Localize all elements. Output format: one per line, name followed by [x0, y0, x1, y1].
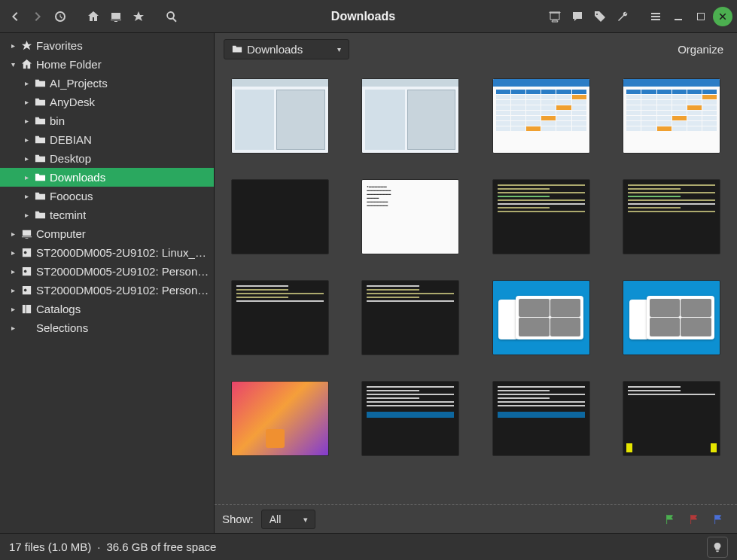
folder-icon [33, 134, 47, 145]
sidebar-item-catalogs[interactable]: ▸Catalogs [0, 300, 214, 318]
chevron-down-icon: ▾ [337, 45, 341, 53]
home-icon [20, 59, 33, 70]
expand-arrow-icon[interactable]: ▸ [21, 173, 32, 181]
show-select[interactable]: All [261, 510, 315, 529]
folder-icon [33, 96, 47, 108]
history-button[interactable] [50, 6, 71, 27]
expand-arrow-icon[interactable]: ▸ [21, 135, 32, 144]
flag-blue[interactable] [713, 514, 723, 525]
filter-bar: Show: All [215, 504, 737, 533]
slideshow-button[interactable] [544, 6, 565, 27]
sidebar-item-label: Home Folder [36, 58, 102, 71]
file-thumbnail[interactable] [615, 78, 728, 154]
expand-arrow-icon[interactable]: ▸ [21, 98, 32, 106]
computer-icon [20, 228, 33, 239]
folder-icon [33, 115, 47, 126]
search-button[interactable] [161, 6, 182, 27]
sidebar-item-label: ST2000DM005-2U9102: Person… [36, 265, 209, 278]
file-thumbnail[interactable] [485, 381, 598, 456]
file-thumbnail[interactable] [224, 381, 337, 456]
expand-arrow-icon[interactable]: ▸ [8, 267, 18, 275]
home-button[interactable] [83, 6, 104, 27]
sidebar-item-selections[interactable]: ▸Selections [0, 318, 214, 337]
breadcrumb-bar: Downloads ▾ Organize [215, 33, 737, 65]
back-button[interactable] [5, 6, 26, 27]
sidebar-item-label: ST2000DM005-2U9102: Person… [36, 284, 209, 297]
minimize-button[interactable] [668, 6, 689, 27]
file-thumbnail[interactable] [615, 381, 728, 456]
expand-arrow-icon[interactable]: ▸ [8, 305, 18, 313]
expand-arrow-icon[interactable]: ▸ [8, 248, 18, 257]
sidebar-item-tecmint[interactable]: ▸tecmint [0, 205, 214, 224]
favorites-button[interactable] [128, 6, 149, 27]
sidebar-item-label: tecmint [50, 208, 86, 221]
menu-button[interactable] [645, 6, 666, 27]
sidebar-item-label: DEBIAN [50, 133, 92, 146]
sidebar-item-label: Favorites [36, 39, 83, 52]
folder-icon [33, 78, 47, 89]
flag-red[interactable] [689, 514, 699, 525]
sidebar: ▸Favorites▾Home Folder▸AI_Projects▸AnyDe… [0, 33, 215, 533]
maximize-button[interactable] [690, 6, 711, 27]
file-thumbnail[interactable] [354, 78, 467, 154]
sidebar-item-favorites[interactable]: ▸Favorites [0, 36, 214, 55]
disk-icon [20, 285, 33, 296]
expand-arrow-icon[interactable]: ▸ [21, 79, 32, 87]
comment-button[interactable] [567, 6, 588, 27]
sidebar-item-anydesk[interactable]: ▸AnyDesk [0, 93, 214, 111]
expand-arrow-icon[interactable]: ▸ [8, 286, 18, 294]
close-button[interactable] [713, 7, 732, 26]
sidebar-item-debian[interactable]: ▸DEBIAN [0, 130, 214, 149]
sidebar-item-st2000dm005-2u9102-person[interactable]: ▸ST2000DM005-2U9102: Person… [0, 281, 214, 300]
main-pane: Downloads ▾ Organize ●▬▬▬▬▬▬▬▬▬▬▬▬▬▬▬▬▬▬… [215, 33, 737, 533]
sidebar-item-bin[interactable]: ▸bin [0, 111, 214, 130]
expand-arrow-icon[interactable]: ▸ [8, 230, 18, 238]
sidebar-item-label: AI_Projects [50, 77, 108, 90]
expand-arrow-icon[interactable]: ▸ [8, 324, 18, 332]
sidebar-item-desktop[interactable]: ▸Desktop [0, 149, 214, 168]
file-thumbnail[interactable] [354, 381, 467, 456]
sidebar-item-label: AnyDesk [50, 96, 95, 108]
sidebar-item-label: Downloads [50, 171, 105, 184]
folder-icon [33, 172, 47, 183]
sidebar-item-st2000dm005-2u9102-person[interactable]: ▸ST2000DM005-2U9102: Person… [0, 262, 214, 281]
expand-arrow-icon[interactable]: ▸ [21, 117, 32, 125]
sidebar-item-label: Computer [36, 227, 86, 240]
expand-arrow-icon[interactable]: ▸ [8, 41, 18, 50]
sidebar-item-downloads[interactable]: ▸Downloads [0, 168, 214, 187]
file-thumbnail[interactable] [485, 280, 598, 355]
file-thumbnail[interactable] [615, 280, 728, 355]
sidebar-item-label: Fooocus [50, 190, 93, 202]
file-thumbnail[interactable] [485, 78, 598, 154]
expand-arrow-icon[interactable]: ▸ [21, 192, 32, 200]
flag-green[interactable] [665, 514, 675, 525]
sidebar-item-computer[interactable]: ▸Computer [0, 224, 214, 243]
file-thumbnail[interactable] [224, 179, 337, 254]
organize-button[interactable]: Organize [673, 40, 728, 59]
sidebar-item-fooocus[interactable]: ▸Fooocus [0, 187, 214, 205]
file-thumbnail[interactable] [224, 78, 337, 154]
sidebar-item-label: ST2000DM005-2U9102: Linux_… [36, 246, 206, 259]
sidebar-item-st2000dm005-2u9102-linux[interactable]: ▸ST2000DM005-2U9102: Linux_… [0, 243, 214, 262]
folder-icon [33, 153, 47, 164]
forward-button[interactable] [27, 6, 48, 27]
file-thumbnail[interactable]: ●▬▬▬▬▬▬▬▬▬▬▬▬▬▬▬▬▬▬▬▬▬▬▬▬▬▬▬▬▬▬▬▬▬▬▬▬▬▬▬… [354, 179, 467, 254]
expand-arrow-icon[interactable]: ▸ [21, 154, 32, 163]
disk-icon [20, 266, 33, 277]
expand-arrow-icon[interactable]: ▾ [8, 60, 18, 68]
folder-icon [33, 209, 47, 221]
show-label: Show: [222, 513, 254, 525]
expand-arrow-icon[interactable]: ▸ [21, 211, 32, 219]
breadcrumb-current[interactable]: Downloads ▾ [224, 39, 349, 59]
file-thumbnail[interactable] [224, 280, 337, 355]
tag-button[interactable] [589, 6, 611, 27]
file-thumbnail[interactable] [615, 179, 728, 254]
tools-button[interactable] [612, 6, 633, 27]
file-thumbnail[interactable] [354, 280, 467, 355]
sidebar-item-home-folder[interactable]: ▾Home Folder [0, 55, 214, 74]
sidebar-item-label: Selections [36, 321, 88, 334]
computer-button[interactable] [105, 6, 126, 27]
file-thumbnail[interactable] [485, 179, 598, 254]
sidebar-item-ai-projects[interactable]: ▸AI_Projects [0, 74, 214, 93]
hint-button[interactable] [707, 537, 728, 558]
